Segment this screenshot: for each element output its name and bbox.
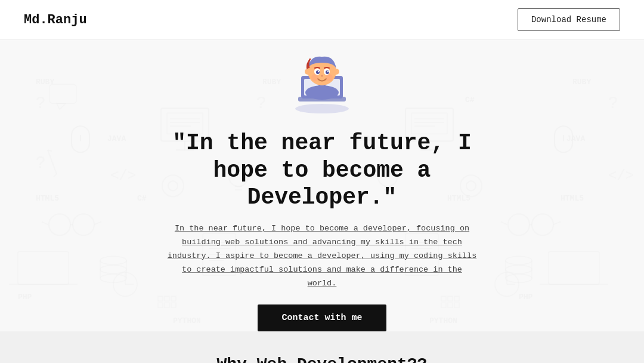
svg-text:HTML5: HTML5: [561, 194, 584, 203]
svg-point-117: [316, 70, 320, 74]
hero-description: In the near future, I hope to become a d…: [167, 222, 477, 291]
svg-point-122: [311, 74, 318, 81]
svg-text:</>: </>: [608, 168, 634, 184]
svg-point-84: [100, 265, 126, 273]
hero-character-image: ✦: [280, 40, 364, 124]
svg-point-120: [327, 71, 329, 72]
download-resume-button[interactable]: Download Resume: [518, 8, 620, 31]
svg-point-121: [321, 75, 323, 77]
header: Md.Ranju Download Resume: [0, 0, 644, 40]
svg-line-64: [94, 222, 101, 224]
svg-text:JAVA: JAVA: [107, 134, 126, 143]
logo: Md.Ranju: [24, 13, 87, 27]
svg-point-66: [532, 214, 553, 235]
svg-text:JAVA: JAVA: [566, 134, 585, 143]
svg-text:?: ?: [36, 153, 45, 171]
svg-point-61: [73, 214, 94, 235]
svg-point-83: [100, 256, 126, 264]
why-title: Why Web Development??: [12, 355, 632, 363]
svg-rect-105: [49, 84, 76, 103]
contact-button[interactable]: Contact with me: [258, 304, 386, 331]
svg-point-107: [295, 104, 349, 113]
hero-quote: "In the near future, I hope to become a …: [143, 130, 501, 211]
bottom-section: Why Web Development??: [0, 331, 644, 363]
svg-text:PHP: PHP: [18, 293, 32, 302]
svg-line-81: [48, 150, 52, 151]
svg-text:RUBY: RUBY: [36, 78, 54, 87]
svg-rect-29: [72, 126, 89, 152]
svg-text:PHP: PHP: [519, 293, 533, 302]
svg-line-63: [42, 222, 48, 224]
svg-point-85: [100, 274, 126, 282]
svg-rect-76: [18, 251, 69, 284]
svg-text:?: ?: [608, 93, 618, 112]
svg-text:HTML5: HTML5: [36, 194, 59, 203]
svg-text:RUBY: RUBY: [262, 78, 281, 87]
svg-point-119: [318, 71, 319, 72]
svg-point-124: [305, 69, 311, 75]
svg-line-82: [54, 174, 57, 177]
svg-marker-106: [57, 103, 66, 109]
svg-rect-78: [549, 251, 599, 284]
svg-line-80: [48, 150, 57, 174]
svg-text:?: ?: [256, 93, 266, 112]
hero-content: "In the near future, I hope to become a …: [131, 130, 513, 331]
svg-text:?: ?: [36, 93, 45, 112]
hero-section: RUBY JAVA HTML5 PYTHON PHP RUBY JAVA RUB…: [0, 40, 644, 331]
svg-point-123: [326, 74, 333, 81]
svg-point-60: [49, 214, 70, 235]
svg-text:RUBY: RUBY: [572, 78, 591, 87]
svg-line-69: [553, 222, 561, 224]
svg-text:C#: C#: [465, 96, 475, 104]
svg-rect-31: [555, 126, 572, 152]
svg-point-113: [305, 85, 339, 100]
svg-point-125: [333, 69, 339, 75]
svg-point-118: [326, 70, 329, 74]
